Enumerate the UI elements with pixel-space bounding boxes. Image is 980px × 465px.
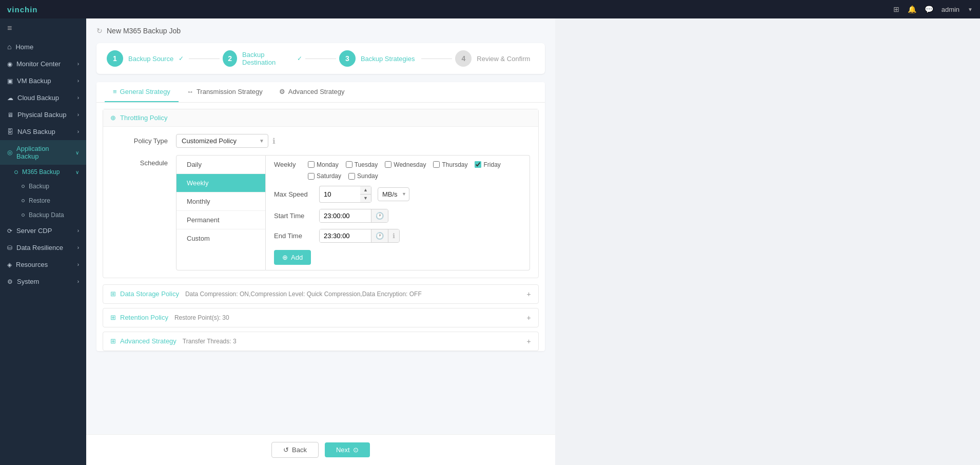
home-icon: ⌂	[7, 43, 11, 51]
sidebar-sub-backup[interactable]: Backup	[0, 179, 86, 193]
speed-unit-select[interactable]: MB/s KB/s GB/s	[378, 187, 409, 201]
chevron-resources-icon: ›	[77, 262, 79, 267]
step-2-check: ✓	[297, 55, 302, 62]
sidebar-item-home[interactable]: ⌂ Home	[0, 38, 86, 55]
day-wednesday[interactable]: Wednesday	[385, 161, 426, 168]
sidebar-item-data-resilience[interactable]: ⛁ Data Resilience ›	[0, 239, 86, 256]
policy-type-select[interactable]: Customized Policy No Throttling Always T…	[176, 134, 268, 148]
refresh-icon: ↻	[96, 27, 103, 35]
storage-icon: ⊞	[110, 290, 116, 298]
next-button[interactable]: Next ⊙	[325, 442, 370, 457]
advanced-header[interactable]: ⊞ Advanced Strategy Transfer Threads: 3 …	[103, 332, 538, 351]
start-time-input-wrap: 🕐	[319, 209, 388, 223]
speed-unit-wrap[interactable]: MB/s KB/s GB/s ▼	[378, 187, 409, 201]
advanced-tab-label: Advanced Strategy	[288, 88, 345, 95]
end-time-clock-icon[interactable]: 🕐	[371, 229, 388, 242]
data-storage-header[interactable]: ⊞ Data Storage Policy Data Compression: …	[103, 285, 538, 303]
sidebar-sub-m365[interactable]: M365 Backup ∨	[0, 165, 86, 179]
sidebar-sub-backup-data[interactable]: Backup Data	[0, 208, 86, 222]
chevron-physical-icon: ›	[77, 112, 79, 118]
schedule-item-custom[interactable]: Custom	[177, 229, 265, 247]
sidebar-toggle[interactable]: ≡	[0, 18, 86, 38]
sidebar-item-cloud-backup[interactable]: ☁ Cloud Backup ›	[0, 89, 86, 106]
sidebar-label-resources: Resources	[16, 261, 48, 268]
start-time-input[interactable]	[320, 209, 371, 222]
tab-advanced[interactable]: ⚙ Advanced Strategy	[271, 82, 353, 102]
step-4-number: 4	[455, 50, 472, 67]
speed-up-button[interactable]: ▲	[360, 186, 371, 195]
chevron-m365-icon: ∨	[75, 169, 79, 175]
sidebar-label-monitor: Monitor Center	[16, 60, 61, 68]
day-saturday[interactable]: Saturday	[308, 172, 341, 180]
add-button[interactable]: ⊕ Add	[274, 250, 311, 265]
end-time-info-icon[interactable]: ℹ	[388, 229, 399, 242]
back-button[interactable]: ↺ Back	[271, 442, 319, 458]
app-backup-icon: ◎	[7, 149, 12, 156]
sidebar-item-server-cdp[interactable]: ⟳ Server CDP ›	[0, 222, 86, 239]
schedule-item-permanent[interactable]: Permanent	[177, 211, 265, 229]
start-time-label: Start Time	[274, 212, 315, 220]
sidebar-label-restore: Restore	[29, 197, 50, 204]
policy-type-select-wrap[interactable]: Customized Policy No Throttling Always T…	[176, 134, 268, 148]
day-thursday[interactable]: Thursday	[433, 161, 467, 168]
end-time-label: End Time	[274, 232, 315, 240]
storage-expand-icon[interactable]: +	[527, 290, 531, 298]
user-label[interactable]: admin	[942, 6, 959, 13]
day-sunday[interactable]: Sunday	[348, 172, 378, 180]
end-time-input[interactable]	[320, 229, 371, 242]
tuesday-checkbox[interactable]	[346, 161, 352, 168]
saturday-label: Saturday	[317, 172, 341, 180]
advanced-expand-icon[interactable]: +	[527, 337, 531, 345]
day-tuesday[interactable]: Tuesday	[346, 161, 378, 168]
wednesday-checkbox[interactable]	[385, 161, 391, 168]
chat-icon[interactable]: 💬	[925, 5, 933, 13]
vm-icon: ▣	[7, 78, 13, 85]
sidebar-item-system[interactable]: ⚙ System ›	[0, 273, 86, 290]
monday-checkbox[interactable]	[308, 161, 315, 168]
dot-icon-backup	[22, 185, 25, 188]
page-title: New M365 Backup Job	[107, 27, 181, 35]
thursday-checkbox[interactable]	[433, 161, 440, 168]
sidebar-item-resources[interactable]: ◈ Resources ›	[0, 256, 86, 273]
saturday-checkbox[interactable]	[308, 173, 315, 180]
step-1-label: Backup Source	[128, 55, 173, 63]
day-monday[interactable]: Monday	[308, 161, 339, 168]
max-speed-input[interactable]	[319, 186, 360, 203]
sunday-checkbox[interactable]	[348, 173, 355, 180]
sidebar-item-nas-backup[interactable]: 🗄 NAS Backup ›	[0, 123, 86, 140]
retention-expand-icon[interactable]: +	[527, 314, 531, 322]
sidebar-item-vm-backup[interactable]: ▣ VM Backup ›	[0, 72, 86, 89]
tab-transmission[interactable]: ↔ Transmission Strategy	[179, 82, 271, 102]
end-time-row: End Time 🕐 ℹ	[274, 229, 521, 243]
tab-general[interactable]: ≡ General Strategy	[105, 82, 179, 102]
schedule-item-daily[interactable]: Daily	[177, 156, 265, 174]
sidebar-item-monitor-center[interactable]: ◉ Monitor Center ›	[0, 55, 86, 72]
system-icon: ⚙	[7, 278, 13, 285]
dot-icon-restore	[22, 199, 25, 202]
transmission-tab-label: Transmission Strategy	[197, 88, 263, 95]
step-divider-3	[421, 59, 452, 59]
sidebar-sub-restore[interactable]: Restore	[0, 193, 86, 208]
schedule-item-monthly[interactable]: Monthly	[177, 192, 265, 211]
server-cdp-icon: ⟳	[7, 227, 12, 235]
start-time-icon[interactable]: 🕐	[371, 209, 388, 222]
day-friday[interactable]: Friday	[475, 161, 500, 168]
info-icon[interactable]: ℹ	[272, 137, 276, 146]
schedule-label: Schedule	[111, 155, 168, 167]
friday-checkbox[interactable]	[475, 161, 481, 168]
dot-icon-backup-data	[22, 214, 25, 217]
throttling-policy-title: Throttling Policy	[120, 114, 167, 122]
chevron-system-icon: ›	[77, 279, 79, 284]
speed-down-button[interactable]: ▼	[360, 195, 371, 202]
retention-header[interactable]: ⊞ Retention Policy Restore Point(s): 30 …	[103, 308, 538, 327]
sidebar-item-physical-backup[interactable]: 🖥 Physical Backup ›	[0, 106, 86, 123]
next-label: Next	[336, 446, 350, 454]
schedule-item-weekly[interactable]: Weekly	[177, 174, 265, 192]
sidebar-item-application-backup[interactable]: ◎ Application Backup ∨	[0, 140, 86, 165]
data-storage-meta: Data Compression: ON,Compression Level: …	[185, 290, 422, 298]
bell-icon[interactable]: 🔔	[908, 5, 916, 13]
next-icon: ⊙	[353, 446, 359, 454]
nas-icon: 🗄	[7, 128, 13, 135]
grid-icon[interactable]: ⊞	[893, 5, 899, 13]
sidebar-label-system: System	[17, 278, 39, 285]
